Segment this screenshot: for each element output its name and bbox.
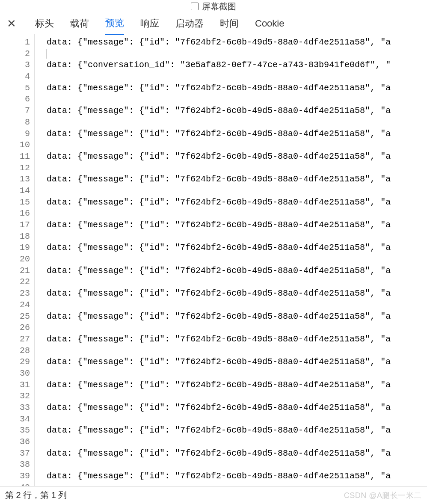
line-number: 7 xyxy=(0,105,30,117)
code-line[interactable]: data: {"message": {"id": "7f624bf2-6c0b-… xyxy=(47,265,427,277)
tab-response[interactable]: 响应 xyxy=(140,13,159,34)
code-line[interactable] xyxy=(47,139,427,151)
line-number: 31 xyxy=(0,379,30,391)
code-line[interactable] xyxy=(47,94,427,105)
code-line[interactable] xyxy=(47,48,427,60)
line-number: 27 xyxy=(0,334,30,345)
line-number: 11 xyxy=(0,151,30,163)
code-line[interactable]: data: {"message": {"id": "7f624bf2-6c0b-… xyxy=(47,37,427,48)
code-line[interactable] xyxy=(47,391,427,402)
line-number: 22 xyxy=(0,276,30,288)
code-line[interactable]: data: {"conversation_id": "3e5afa82-0ef7… xyxy=(47,59,427,71)
line-number: 8 xyxy=(0,117,30,128)
tab-timing[interactable]: 时间 xyxy=(220,13,239,34)
line-number: 38 xyxy=(0,459,30,471)
code-line[interactable] xyxy=(47,208,427,219)
line-number: 10 xyxy=(0,139,30,151)
line-number: 39 xyxy=(0,471,30,482)
code-line[interactable]: data: {"message": {"id": "7f624bf2-6c0b-… xyxy=(47,128,427,140)
watermark: CSDN @A腿长一米二 xyxy=(344,490,422,501)
code-line[interactable]: data: {"message": {"id": "7f624bf2-6c0b-… xyxy=(47,402,427,414)
code-preview-area[interactable]: 1234567891011121314151617181920212223242… xyxy=(0,34,427,486)
line-number: 15 xyxy=(0,197,30,208)
line-number: 26 xyxy=(0,322,30,334)
code-line[interactable] xyxy=(47,299,427,311)
line-number: 40 xyxy=(0,482,30,486)
line-number: 21 xyxy=(0,265,30,277)
code-line[interactable] xyxy=(47,459,427,471)
line-number: 19 xyxy=(0,242,30,254)
code-content[interactable]: data: {"message": {"id": "7f624bf2-6c0b-… xyxy=(34,34,427,486)
line-number: 37 xyxy=(0,448,30,460)
code-line[interactable]: data: {"message": {"id": "7f624bf2-6c0b-… xyxy=(47,471,427,482)
line-number: 33 xyxy=(0,402,30,414)
code-line[interactable] xyxy=(47,345,427,357)
line-number: 25 xyxy=(0,311,30,323)
line-number: 35 xyxy=(0,425,30,436)
code-line[interactable] xyxy=(47,482,427,486)
line-number: 36 xyxy=(0,436,30,448)
line-number: 6 xyxy=(0,94,30,105)
code-line[interactable] xyxy=(47,368,427,379)
line-number: 5 xyxy=(0,83,30,94)
line-number: 34 xyxy=(0,414,30,425)
line-number: 17 xyxy=(0,219,30,231)
screenshot-checkbox-row: 屏幕截图 xyxy=(0,0,427,13)
close-icon[interactable]: ✕ xyxy=(5,17,19,30)
tab-payload[interactable]: 载荷 xyxy=(70,13,89,34)
code-line[interactable]: data: {"message": {"id": "7f624bf2-6c0b-… xyxy=(47,197,427,208)
code-line[interactable]: data: {"message": {"id": "7f624bf2-6c0b-… xyxy=(47,151,427,163)
line-number: 29 xyxy=(0,356,30,368)
code-line[interactable]: data: {"message": {"id": "7f624bf2-6c0b-… xyxy=(47,311,427,323)
code-line[interactable]: data: {"message": {"id": "7f624bf2-6c0b-… xyxy=(47,334,427,345)
code-line[interactable] xyxy=(47,163,427,174)
code-line[interactable] xyxy=(47,71,427,83)
screenshot-checkbox[interactable] xyxy=(191,3,199,10)
line-number: 32 xyxy=(0,391,30,402)
devtools-tab-row: ✕ 标头 载荷 预览 响应 启动器 时间 Cookie xyxy=(0,13,427,34)
line-number: 1 xyxy=(0,37,30,48)
line-number: 2 xyxy=(0,48,30,60)
code-line[interactable]: data: {"message": {"id": "7f624bf2-6c0b-… xyxy=(47,174,427,185)
line-number: 18 xyxy=(0,231,30,243)
code-line[interactable]: data: {"message": {"id": "7f624bf2-6c0b-… xyxy=(47,356,427,368)
code-line[interactable]: data: {"message": {"id": "7f624bf2-6c0b-… xyxy=(47,425,427,436)
line-number: 4 xyxy=(0,71,30,83)
code-line[interactable] xyxy=(47,276,427,288)
code-line[interactable] xyxy=(47,231,427,243)
line-number: 23 xyxy=(0,288,30,299)
screenshot-checkbox-label: 屏幕截图 xyxy=(202,1,236,12)
code-line[interactable] xyxy=(47,436,427,448)
code-line[interactable] xyxy=(47,117,427,128)
code-line[interactable] xyxy=(47,414,427,425)
line-number: 3 xyxy=(0,59,30,71)
line-number: 30 xyxy=(0,368,30,379)
line-number: 14 xyxy=(0,185,30,197)
code-line[interactable]: data: {"message": {"id": "7f624bf2-6c0b-… xyxy=(47,242,427,254)
line-number: 16 xyxy=(0,208,30,219)
code-line[interactable]: data: {"message": {"id": "7f624bf2-6c0b-… xyxy=(47,83,427,94)
line-number-gutter: 1234567891011121314151617181920212223242… xyxy=(0,34,34,486)
code-line[interactable]: data: {"message": {"id": "7f624bf2-6c0b-… xyxy=(47,288,427,299)
line-number: 12 xyxy=(0,163,30,174)
line-number: 28 xyxy=(0,345,30,357)
line-number: 13 xyxy=(0,174,30,185)
code-line[interactable]: data: {"message": {"id": "7f624bf2-6c0b-… xyxy=(47,105,427,117)
code-line[interactable] xyxy=(47,322,427,334)
code-line[interactable] xyxy=(47,185,427,197)
code-line[interactable]: data: {"message": {"id": "7f624bf2-6c0b-… xyxy=(47,219,427,231)
line-number: 9 xyxy=(0,128,30,140)
tab-cookies[interactable]: Cookie xyxy=(255,14,284,33)
code-line[interactable]: data: {"message": {"id": "7f624bf2-6c0b-… xyxy=(47,379,427,391)
code-line[interactable]: data: {"message": {"id": "7f624bf2-6c0b-… xyxy=(47,448,427,460)
tab-initiator[interactable]: 启动器 xyxy=(175,13,204,34)
line-number: 20 xyxy=(0,254,30,265)
code-line[interactable] xyxy=(47,254,427,265)
line-number: 24 xyxy=(0,299,30,311)
tab-preview[interactable]: 预览 xyxy=(105,12,124,35)
status-bar: 第 2 行，第 1 列 CSDN @A腿长一米二 xyxy=(0,486,427,504)
cursor-position: 第 2 行，第 1 列 xyxy=(5,489,67,501)
tab-headers[interactable]: 标头 xyxy=(35,13,54,34)
